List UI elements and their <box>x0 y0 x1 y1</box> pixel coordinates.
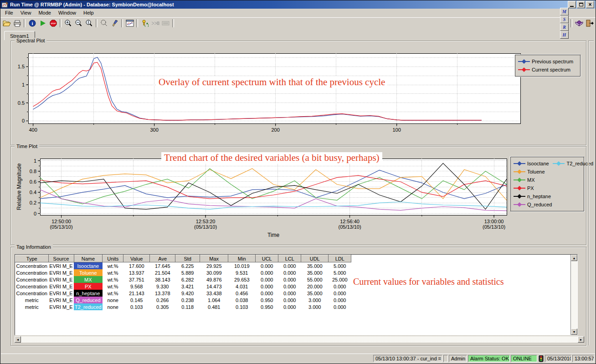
column-header-ucl[interactable]: UCL <box>256 255 278 262</box>
menu-item-file[interactable]: File <box>1 9 17 16</box>
toolbar-separator <box>121 19 123 27</box>
table-cell: metric <box>15 303 49 310</box>
title-bar[interactable]: Run Time @ RTRMBP (Admin) - Database: Sy… <box>0 0 596 9</box>
empty-segment <box>443 355 448 362</box>
table-cell: none <box>103 297 123 303</box>
zoom-in-button[interactable] <box>63 19 73 28</box>
brush-button[interactable] <box>109 19 120 28</box>
run-button[interactable] <box>37 19 48 28</box>
table-cell: 21.504 <box>150 269 175 276</box>
maximize-icon <box>579 3 583 6</box>
open-folder-icon <box>3 20 11 27</box>
table-cell: 33.438 <box>200 290 228 297</box>
zoom-out-button[interactable] <box>73 19 84 28</box>
print-button[interactable] <box>12 19 22 28</box>
column-header-ave[interactable]: Ave <box>150 255 175 262</box>
close-button[interactable]: × <box>586 1 594 8</box>
spectral-chart[interactable]: 00.511.5400300200100 <box>15 47 529 138</box>
table-row-px[interactable]: ConcentrationEVRI M_EPXwt.%9.5689.3303.4… <box>15 283 351 290</box>
table-cell: wt.% <box>103 269 123 276</box>
legend-marker-icon <box>553 161 565 166</box>
alarm-status-segment: Alarm Status: OK <box>468 355 510 362</box>
info-button[interactable]: i <box>27 19 37 28</box>
tag-table: TypeSourceNameUnitsValueAveStdMaxMinUCLL… <box>15 255 351 310</box>
mode-button-s[interactable]: S <box>560 15 569 23</box>
date-segment: 05/13/2010 <box>545 355 571 362</box>
column-header-units[interactable]: Units <box>103 255 123 262</box>
zoom-reset-button[interactable] <box>84 19 94 28</box>
stop-button[interactable]: STOP <box>48 19 58 28</box>
table-row-n_heptane[interactable]: ConcentrationEVRI M_En_heptanewt.%21.143… <box>15 290 351 297</box>
column-header-min[interactable]: Min <box>228 255 256 262</box>
table-cell: 0.118 <box>175 303 200 310</box>
app-icon <box>2 2 8 8</box>
table-cell: 20.000 <box>301 283 329 290</box>
table-row-t2_reduced[interactable]: metricEVRI M_ET2_reducednone0.1030.3050.… <box>15 303 351 310</box>
tag-table-panel: TypeSourceNameUnitsValueAveStdMaxMinUCLL… <box>15 254 578 335</box>
time-chart[interactable]: 00.20.40.60.8112:50:00(05/13/10)12:53:20… <box>15 152 518 242</box>
maximize-button[interactable] <box>577 1 585 8</box>
tag-information-group: Tag Information TypeSourceNameUnitsValue… <box>10 247 586 346</box>
table-cell: 3.421 <box>175 283 200 290</box>
table-row-toluene[interactable]: ConcentrationEVRI M_EToluenewt.%13.93721… <box>15 269 351 276</box>
table-cell: 0.000 <box>278 297 301 303</box>
zoom-region-icon <box>100 20 108 27</box>
table-row-mx[interactable]: ConcentrationEVRI M_EMXwt.%37.75138.1436… <box>15 276 351 283</box>
menu-item-mode[interactable]: Mode <box>35 9 55 16</box>
table-cell: EVRI M_E <box>48 303 74 310</box>
minimize-button[interactable] <box>568 1 576 8</box>
legend-item-px: PX <box>514 184 552 192</box>
scroll-down-button[interactable]: ▼ <box>571 328 577 335</box>
legend-label: Toluene <box>527 169 545 174</box>
scroll-left-button[interactable]: ◄ <box>15 336 21 343</box>
menu-item-view[interactable]: View <box>17 9 35 16</box>
table-cell: 9.420 <box>175 290 200 297</box>
time-plot-group-label: Time Plot <box>15 144 39 149</box>
zoom-in-icon <box>64 20 72 27</box>
legend-marker-icon <box>514 194 525 199</box>
scroll-right-button[interactable]: ► <box>578 336 584 343</box>
svg-text:0.2: 0.2 <box>30 200 36 205</box>
table-row-isooctane[interactable]: ConcentrationEVRI M_EIsooctanewt.%17.600… <box>15 262 351 270</box>
legend-marker-icon <box>514 178 525 182</box>
svg-text:(05/13/10): (05/13/10) <box>338 224 361 230</box>
scroll-up-button[interactable]: ▲ <box>571 255 577 261</box>
mode-button-m[interactable]: M <box>560 8 569 15</box>
connection-status-segment: ONLINE <box>511 355 537 362</box>
table-cell: 0.000 <box>256 283 278 290</box>
column-header-lcl[interactable]: LCL <box>278 255 301 262</box>
column-header-type[interactable]: Type <box>15 255 49 262</box>
svg-text:1: 1 <box>22 82 25 87</box>
column-header-value[interactable]: Value <box>123 255 150 262</box>
tag-vertical-scrollbar[interactable]: ▲ ▼ <box>570 255 577 335</box>
menu-item-window[interactable]: Window <box>55 9 80 16</box>
legend-label: MX <box>527 177 535 183</box>
column-header-max[interactable]: Max <box>200 255 228 262</box>
open-button[interactable] <box>1 19 12 28</box>
legend-marker-icon <box>514 186 525 190</box>
column-header-source[interactable]: Source <box>48 255 74 262</box>
tag-horizontal-scrollbar[interactable]: ◄ ► <box>15 336 584 343</box>
tab-strip: Stream1 <box>0 29 596 40</box>
disabled-stamp-button-1 <box>150 19 160 28</box>
chart-window-button[interactable] <box>124 19 135 28</box>
column-header-name[interactable]: Name <box>74 255 103 262</box>
column-header-udl[interactable]: UDL <box>301 255 329 262</box>
tag-name-cell: MX <box>74 276 103 283</box>
column-header-std[interactable]: Std <box>175 255 200 262</box>
table-row-q_reduced[interactable]: metricEVRI M_EQ_reducednone0.1450.2660.2… <box>15 297 351 303</box>
table-cell: 0.000 <box>329 290 351 297</box>
legend-label: Q_reduced <box>527 202 552 207</box>
key-button[interactable] <box>139 19 150 28</box>
table-cell: Concentration <box>15 262 49 270</box>
exit-button[interactable] <box>584 19 595 28</box>
column-header-ldl[interactable]: LDL <box>329 255 351 262</box>
table-cell: 5.889 <box>175 269 200 276</box>
legend-label: Previous spectrum <box>532 59 573 64</box>
menu-item-help[interactable]: Help <box>80 9 98 16</box>
table-cell: 0.103 <box>228 303 256 310</box>
zoom-region-button[interactable] <box>99 19 109 28</box>
help-book-button[interactable] <box>574 19 584 28</box>
traffic-light-segment <box>538 355 544 362</box>
tag-table-header-row: TypeSourceNameUnitsValueAveStdMaxMinUCLL… <box>15 255 351 262</box>
